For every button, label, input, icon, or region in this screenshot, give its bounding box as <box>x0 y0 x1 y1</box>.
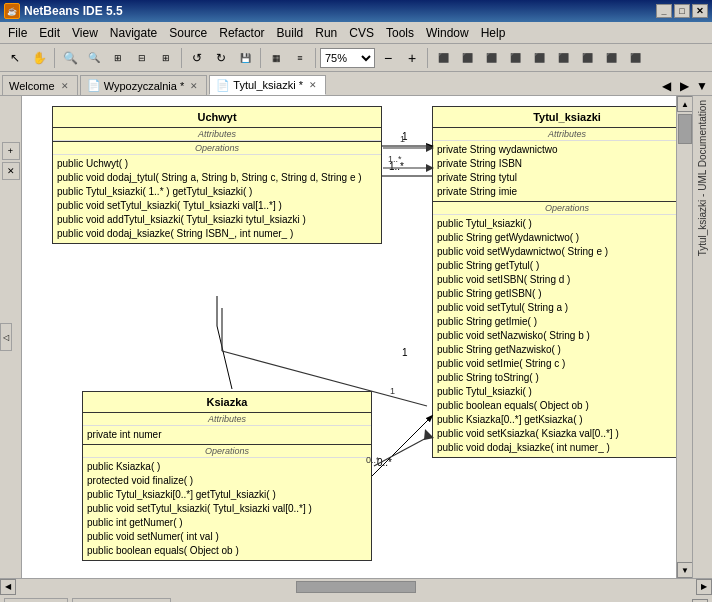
right-sidebar-label: Tytul_ksiazki - UML Documentation <box>695 96 710 260</box>
status-bar: ▤ Output 🌐 HTTP Monitor ⊞ <box>0 594 712 602</box>
uchwyt-op-2: public Tytul_ksiazki( 1..* ) getTytul_ks… <box>57 185 377 199</box>
ksiazka-op-2: public Tytul_ksiazki[0..*] getTytul_ksia… <box>87 488 367 502</box>
align-button[interactable]: ≡ <box>289 47 311 69</box>
tab-welcome-close[interactable]: ✕ <box>59 80 71 92</box>
scroll-thumb[interactable] <box>678 114 692 144</box>
toolbar-separator-3 <box>260 48 261 68</box>
menu-view[interactable]: View <box>66 24 104 42</box>
undo-button[interactable]: ↺ <box>186 47 208 69</box>
right-sidebar: Tytul_ksiazki - UML Documentation <box>692 96 712 578</box>
uchwyt-op-5: public void dodaj_ksiazke( String ISBN_,… <box>57 227 377 241</box>
uml-class-uchwyt[interactable]: Uchwyt Attributes Operations public Uchw… <box>52 106 382 244</box>
title-bar: ☕ NetBeans IDE 5.5 _ □ ✕ <box>0 0 712 22</box>
tb-extra-5[interactable]: ⬛ <box>528 47 550 69</box>
http-monitor-tab[interactable]: 🌐 HTTP Monitor <box>72 598 171 603</box>
uchwyt-attributes-label: Attributes <box>53 128 381 141</box>
hscroll-track[interactable] <box>16 579 696 595</box>
tytul-op-13: public boolean equals( Object ob ) <box>437 399 676 413</box>
grid-button[interactable]: ⊞ <box>155 47 177 69</box>
output-tab[interactable]: ▤ Output <box>4 598 68 603</box>
menu-help[interactable]: Help <box>475 24 512 42</box>
zoom-plus-button[interactable]: + <box>401 47 423 69</box>
window-controls: _ □ ✕ <box>656 4 708 18</box>
redo-button[interactable]: ↻ <box>210 47 232 69</box>
menu-run[interactable]: Run <box>309 24 343 42</box>
tab-wypozyczalnia-close[interactable]: ✕ <box>188 80 200 92</box>
tab-welcome[interactable]: Welcome ✕ <box>2 75 78 95</box>
tytul-op-14: public Ksiazka[0..*] getKsiazka( ) <box>437 413 676 427</box>
tb-extra-8[interactable]: ⬛ <box>600 47 622 69</box>
uml-class-tytul[interactable]: Tytul_ksiazki Attributes private String … <box>432 106 676 458</box>
tb-extra-6[interactable]: ⬛ <box>552 47 574 69</box>
tytul-operations-label: Operations <box>433 201 676 215</box>
menu-edit[interactable]: Edit <box>33 24 66 42</box>
hscroll-right-button[interactable]: ▶ <box>696 579 712 595</box>
collapse-panel-button[interactable]: ◁ <box>0 323 12 351</box>
tytul-op-1: public String getWydawnictwo( ) <box>437 231 676 245</box>
tab-welcome-label: Welcome <box>9 80 55 92</box>
menu-file[interactable]: File <box>2 24 33 42</box>
svg-text:1: 1 <box>390 386 395 396</box>
zoom-out-button[interactable]: 🔍 <box>83 47 105 69</box>
tytul-header: Tytul_ksiazki <box>433 107 676 128</box>
side-btn-1[interactable]: + <box>2 142 20 160</box>
tb-extra-2[interactable]: ⬛ <box>456 47 478 69</box>
uchwyt-operations-label: Operations <box>53 141 381 155</box>
tab-nav-right[interactable]: ▶ <box>676 77 692 95</box>
tab-tytul-ksiazki[interactable]: 📄 Tytul_ksiazki * ✕ <box>209 75 326 95</box>
tytul-attr-1: private String ISBN <box>437 157 676 171</box>
zoom-minus-button[interactable]: − <box>377 47 399 69</box>
uchwyt-op-4: public void addTytul_ksiazki( Tytul_ksia… <box>57 213 377 227</box>
tytul-op-10: public void setImie( String c ) <box>437 357 676 371</box>
tytul-op-4: public void setISBN( String d ) <box>437 273 676 287</box>
tytul-op-15: public void setKsiazka( Ksiazka val[0..*… <box>437 427 676 441</box>
tb-extra-7[interactable]: ⬛ <box>576 47 598 69</box>
zoom-select[interactable]: 50% 75% 100% 150% 200% <box>320 48 375 68</box>
tab-nav-menu[interactable]: ▼ <box>694 77 710 95</box>
tytul-attr-2: private String tytul <box>437 171 676 185</box>
toolbar-separator-4 <box>315 48 316 68</box>
tb-extra-4[interactable]: ⬛ <box>504 47 526 69</box>
tytul-name: Tytul_ksiazki <box>533 111 601 123</box>
scroll-track[interactable] <box>677 112 692 562</box>
save-button[interactable]: 💾 <box>234 47 256 69</box>
side-btn-2[interactable]: ✕ <box>2 162 20 180</box>
tytul-attributes-label: Attributes <box>433 128 676 141</box>
menu-window[interactable]: Window <box>420 24 475 42</box>
tb-extra-3[interactable]: ⬛ <box>480 47 502 69</box>
pan-tool-button[interactable]: ✋ <box>28 47 50 69</box>
toolbar-separator-1 <box>54 48 55 68</box>
menu-navigate[interactable]: Navigate <box>104 24 163 42</box>
tab-nav-left[interactable]: ◀ <box>658 77 674 95</box>
menu-cvs[interactable]: CVS <box>343 24 380 42</box>
fit-button[interactable]: ⊞ <box>107 47 129 69</box>
status-corner-button[interactable]: ⊞ <box>692 599 708 603</box>
canvas-area[interactable]: Uchwyt Attributes Operations public Uchw… <box>22 96 676 578</box>
ksiazka-op-4: public int getNumer( ) <box>87 516 367 530</box>
maximize-button[interactable]: □ <box>674 4 690 18</box>
tytul-attr-0: private String wydawnictwo <box>437 143 676 157</box>
tab-wypozyczalnia[interactable]: 📄 Wypozyczalnia * ✕ <box>80 75 208 95</box>
menu-refactor[interactable]: Refactor <box>213 24 270 42</box>
tab-wypozyczalnia-icon: 📄 <box>87 79 101 92</box>
tab-nav: ◀ ▶ ▼ <box>658 77 710 95</box>
zoom-in-button[interactable]: 🔍 <box>59 47 81 69</box>
menu-build[interactable]: Build <box>271 24 310 42</box>
tb-extra-1[interactable]: ⬛ <box>432 47 454 69</box>
tab-tytul-close[interactable]: ✕ <box>307 79 319 91</box>
uml-class-ksiazka[interactable]: Ksiazka Attributes private int numer Ope… <box>82 391 372 561</box>
arrow-uchwyt-tytul-2: 1..* <box>383 154 434 172</box>
hscroll-thumb[interactable] <box>296 581 416 593</box>
arrow-tool-button[interactable]: ↖ <box>4 47 26 69</box>
minimize-button[interactable]: _ <box>656 4 672 18</box>
actual-size-button[interactable]: ⊟ <box>131 47 153 69</box>
scroll-up-button[interactable]: ▲ <box>677 96 693 112</box>
ksiazka-name: Ksiazka <box>207 396 248 408</box>
layout-button[interactable]: ▦ <box>265 47 287 69</box>
scroll-down-button[interactable]: ▼ <box>677 562 693 578</box>
tb-extra-9[interactable]: ⬛ <box>624 47 646 69</box>
menu-source[interactable]: Source <box>163 24 213 42</box>
hscroll-left-button[interactable]: ◀ <box>0 579 16 595</box>
close-button[interactable]: ✕ <box>692 4 708 18</box>
menu-tools[interactable]: Tools <box>380 24 420 42</box>
